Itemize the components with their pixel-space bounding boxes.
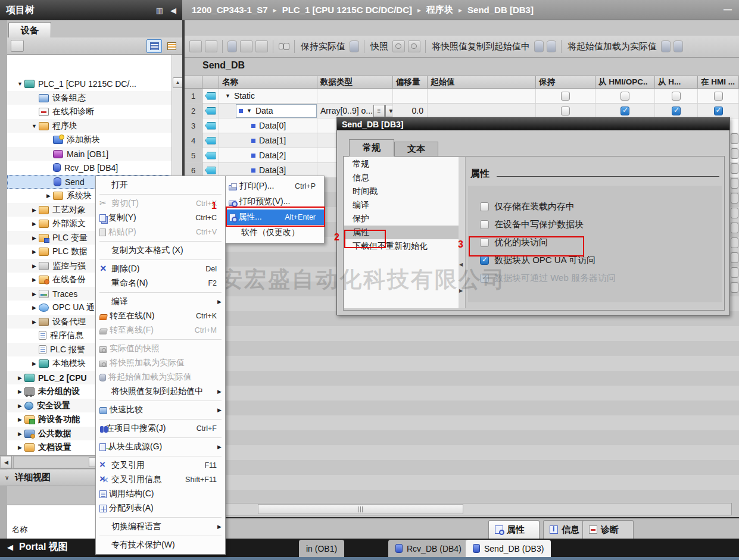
menu-item[interactable]: 复制为文本格式 (X) [96,243,225,258]
tree-item[interactable]: Rcv_DB [DB4] [7,161,172,174]
tree-item[interactable]: Main [OB1] [7,147,172,161]
scroll-up-icon[interactable]: ▲ [173,77,183,88]
copy-snapshot-icon-2[interactable] [547,40,556,52]
dialog-nav-item[interactable]: 信息 [344,171,459,184]
dialog-nav-item[interactable]: 编译 [344,198,459,212]
expand-closed-icon[interactable]: ▶ [30,249,39,255]
from-hmi-checkbox[interactable] [672,107,681,115]
column-header[interactable]: 起始值 [428,76,536,89]
expand-closed-icon[interactable]: ▶ [30,319,39,325]
scroll-left-icon[interactable]: ◀ [1,456,12,468]
insert-row-icon[interactable] [189,40,202,52]
load-start-icon-2[interactable] [673,40,683,52]
tree-item[interactable]: 在线和诊断 [7,105,172,118]
tree-item[interactable]: 添加新块 [7,133,172,146]
details-view-button[interactable] [146,39,162,53]
tab-devices[interactable]: 设备 [8,22,51,38]
portal-view-button[interactable]: ◀ Portal 视图 [7,541,68,553]
tree-view-icon[interactable] [11,40,24,52]
copy-snapshot-to-start-button[interactable]: 将快照值复制到起始值中 [431,41,531,52]
monitor-all-icon[interactable] [278,41,289,52]
menu-item[interactable]: 编译▶ [96,295,225,309]
column-header[interactable] [185,76,202,89]
column-header[interactable]: 在 HMI ... [698,76,739,89]
menu-item-properties[interactable]: 属性...Alt+Enter [226,209,324,225]
inspector-tab-properties[interactable]: 属性 [488,520,540,539]
editor-horizontal-scrollbar[interactable] [186,503,732,515]
datatype-cell[interactable]: Array[0..9] o...≡▼ [317,104,393,118]
load-start-as-actual-button[interactable]: 将起始值加载为实际值 [566,41,658,52]
keep-actual-values-icon[interactable] [227,40,237,52]
menu-item[interactable]: 专有技术保护(W) [96,538,225,552]
expand-members-icon[interactable] [255,40,268,52]
menu-item[interactable]: 复制(Y)Ctrl+C [96,211,225,225]
keep-actual-values-button[interactable]: 保持实际值 [300,41,347,52]
column-header[interactable] [202,76,219,89]
expand-closed-icon[interactable]: ▶ [30,263,39,269]
expand-closed-icon[interactable]: ▶ [15,445,24,450]
hmi-opc-checkbox[interactable] [620,107,629,115]
name-cell[interactable]: ▼Static [219,89,317,104]
db-check-icon[interactable] [240,40,252,52]
expand-closed-icon[interactable]: ▶ [44,193,53,199]
menu-item[interactable]: 打印预览(V)... [226,194,324,209]
expand-closed-icon[interactable]: ▶ [15,417,24,423]
in-hmi-checkbox[interactable] [714,107,723,115]
start-value-cell[interactable] [428,89,536,104]
attribute-checkbox[interactable] [480,220,489,229]
expand-closed-icon[interactable]: ▶ [15,431,24,437]
column-header[interactable]: 名称 [219,76,317,89]
float-panel-icon[interactable]: ▥ [156,6,163,15]
dialog-tab-text[interactable]: 文本 [394,142,438,157]
tree-item[interactable]: 设备组态 [7,91,172,105]
expand-closed-icon[interactable]: ▶ [30,235,39,241]
name-cell[interactable]: Data[1] [219,133,317,148]
column-header[interactable]: 保持 [536,76,595,89]
snapshot-down-icon[interactable] [408,40,420,52]
db-jar-icon[interactable] [350,40,359,52]
dialog-nav-item[interactable]: 常规 [344,157,459,171]
dialog-nav-item[interactable]: 下载但不重新初始化 [344,239,459,253]
from-hmi-checkbox[interactable] [672,92,681,101]
expand-open-icon[interactable]: ▼ [247,108,252,114]
expand-closed-icon[interactable]: ▶ [30,305,39,311]
dialog-tab-general[interactable]: 常规 [349,139,394,157]
menu-item[interactable]: 从块生成源(G)▶ [96,440,225,454]
menu-item[interactable]: 调用结构(C) [96,487,225,501]
tree-item[interactable]: ▼PLC_1 [CPU 1215C DC/... [7,77,172,90]
expand-closed-icon[interactable]: ▶ [30,361,39,367]
retain-checkbox[interactable] [561,107,570,115]
open-editor-button[interactable] [164,40,179,52]
table-row[interactable]: 2▼DataArray[0..9] o...≡▼0.0 [185,104,739,118]
expand-closed-icon[interactable]: ▶ [30,221,39,227]
retain-checkbox[interactable] [561,92,570,101]
minimize-icon[interactable]: — [724,5,732,14]
tree-item[interactable]: ▼程序块 [7,119,172,133]
menu-item[interactable]: 在项目中搜索(J)Ctrl+F [96,421,225,436]
dialog-nav-item[interactable]: 时间戳 [344,184,459,198]
column-header[interactable]: 从 HMI/OPC.. [595,76,655,89]
column-header[interactable]: 数据类型 [317,76,393,89]
menu-item[interactable]: 将快照值复制到起始值中▶ [96,384,225,399]
expand-closed-icon[interactable]: ▶ [15,389,24,395]
menu-item[interactable]: 转至在线(N)Ctrl+K [96,309,225,323]
inspector-tab-diagnostics[interactable]: 诊断 [582,520,634,539]
expand-closed-icon[interactable]: ▶ [30,277,39,283]
taskbar-tab-2[interactable]: Rcv_DB (DB4) [388,540,469,557]
dialog-titlebar[interactable]: Send_DB [DB3] [337,118,729,130]
menu-item[interactable]: 切换编程语言▶ [96,520,225,534]
dialog-nav-item[interactable]: 属性 [344,226,459,239]
menu-item[interactable]: 删除(D)Del [96,262,225,276]
taskbar-tab-3[interactable]: Send_DB (DB3) [466,540,551,557]
menu-item[interactable]: 交叉引用F11 [96,458,225,473]
menu-item[interactable]: 交叉引用信息Shift+F11 [96,473,225,487]
expand-closed-icon[interactable]: ▶ [30,291,39,297]
datatype-dropdown-icon[interactable]: ▼ [385,105,393,117]
expand-closed-icon[interactable]: ▶ [15,403,24,409]
name-cell[interactable]: Data[0] [219,118,317,133]
scrollbar-grip[interactable] [258,504,463,514]
menu-item[interactable]: 打印(P)...Ctrl+P [226,179,324,194]
column-header[interactable]: 从 H... [655,76,698,89]
breadcrumb-segment[interactable]: PLC_1 [CPU 1215C DC/DC/DC] [282,5,412,15]
snapshot-button[interactable]: 快照 [369,41,389,52]
